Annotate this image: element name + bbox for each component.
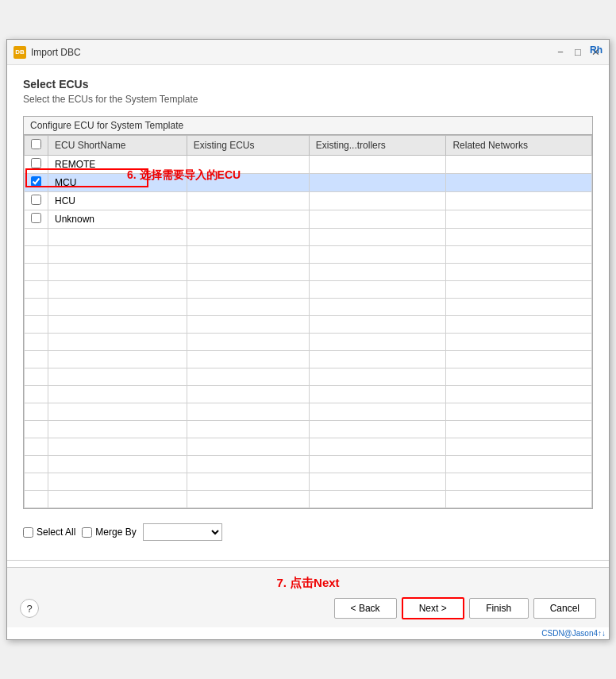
table-row: MCU	[25, 174, 592, 192]
row-mcu-existing	[187, 174, 309, 192]
row-mcu-checkbox[interactable]	[31, 176, 41, 187]
section-title: Select ECUs	[23, 78, 593, 91]
step-annotation: 7. 点击Next	[20, 576, 596, 591]
maximize-button[interactable]: □	[571, 45, 585, 60]
row-unknown-networks	[446, 210, 592, 229]
table-empty-row	[25, 334, 592, 351]
merge-by-select[interactable]	[143, 523, 222, 541]
row-remote-checkbox-cell	[25, 156, 48, 174]
bottom-controls: Select All Merge By	[23, 517, 593, 544]
row-unknown-shortname: Unknown	[48, 210, 187, 229]
table-empty-row	[25, 421, 592, 438]
merge-by-checkbox[interactable]	[82, 527, 92, 538]
row-mcu-checkbox-cell	[25, 174, 48, 192]
row-hcu-checkbox[interactable]	[31, 195, 41, 205]
table-empty-row	[25, 403, 592, 421]
ecu-table-section: Configure ECU for System Template ECU Sh…	[23, 116, 593, 509]
table-empty-row	[25, 351, 592, 368]
table-empty-row	[25, 281, 592, 299]
title-bar: DB Import DBC − □ ✕	[7, 40, 609, 65]
table-empty-row	[25, 386, 592, 403]
row-unknown-existing	[187, 210, 309, 229]
table-header-label: Configure ECU for System Template	[24, 117, 592, 135]
row-hcu-controllers	[309, 192, 446, 210]
separator	[7, 560, 609, 561]
cancel-button[interactable]: Cancel	[533, 598, 596, 619]
merge-by-text: Merge By	[95, 527, 136, 538]
section-subtitle: Select the ECUs for the System Template	[23, 94, 593, 105]
minimize-button[interactable]: −	[553, 45, 568, 60]
table-empty-row	[25, 491, 592, 508]
ecu-table: ECU ShortName Existing ECUs Existing...t…	[24, 135, 592, 508]
col-header-existing: Existing ECUs	[187, 136, 309, 156]
table-empty-row	[25, 229, 592, 246]
row-unknown-controllers	[309, 210, 446, 229]
col-header-controllers: Existing...trollers	[309, 136, 446, 156]
select-all-text: Select All	[37, 527, 75, 538]
col-header-networks: Related Networks	[446, 136, 592, 156]
row-hcu-networks	[446, 192, 592, 210]
row-unknown-checkbox[interactable]	[31, 213, 41, 223]
table-empty-row	[25, 264, 592, 281]
col-header-checkbox	[25, 136, 48, 156]
table-empty-row	[25, 246, 592, 264]
row-remote-networks	[446, 156, 592, 174]
merge-by-label: Merge By	[82, 527, 136, 538]
row-mcu-controllers	[309, 174, 446, 192]
table-empty-row	[25, 438, 592, 456]
next-button[interactable]: Next >	[402, 597, 464, 619]
row-remote-shortname: REMOTE	[48, 156, 187, 174]
header-checkbox[interactable]	[31, 139, 41, 149]
row-unknown-checkbox-cell	[25, 210, 48, 229]
row-hcu-existing	[187, 192, 309, 210]
row-mcu-networks	[446, 174, 592, 192]
table-empty-row	[25, 456, 592, 473]
table-empty-row	[25, 316, 592, 334]
row-hcu-shortname: HCU	[48, 192, 187, 210]
dialog-title: Import DBC	[31, 47, 81, 58]
row-hcu-checkbox-cell	[25, 192, 48, 210]
table-row: HCU	[25, 192, 592, 210]
finish-button[interactable]: Finish	[469, 598, 529, 619]
table-empty-row	[25, 368, 592, 386]
select-all-label[interactable]: Select All	[23, 527, 75, 538]
row-remote-existing	[187, 156, 309, 174]
table-empty-row	[25, 299, 592, 316]
col-header-shortname: ECU ShortName	[48, 136, 187, 156]
back-button[interactable]: < Back	[334, 598, 397, 619]
nav-buttons: ? < Back Next > Finish Cancel	[20, 597, 596, 619]
table-row: REMOTE	[25, 156, 592, 174]
row-remote-controllers	[309, 156, 446, 174]
table-row: Unknown	[25, 210, 592, 229]
select-all-checkbox[interactable]	[23, 527, 33, 538]
help-button[interactable]: ?	[20, 599, 39, 618]
app-icon: DB	[13, 46, 26, 59]
table-empty-row	[25, 473, 592, 491]
nav-area: 7. 点击Next ? < Back Next > Finish Cancel	[7, 567, 609, 627]
row-mcu-shortname: MCU	[48, 174, 187, 192]
row-remote-checkbox[interactable]	[31, 158, 41, 168]
bottom-annotation: CSDN@Jason4↑↓	[7, 627, 609, 639]
top-annotation: Rh	[590, 44, 606, 56]
